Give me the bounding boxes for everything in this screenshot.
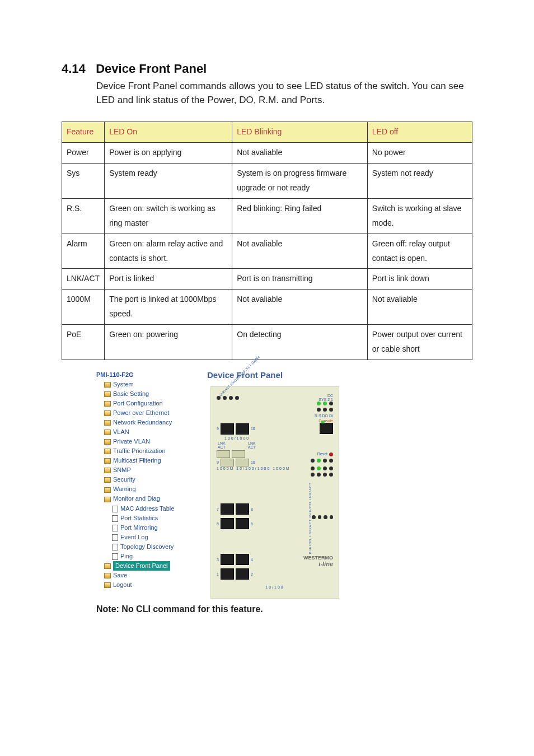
- nav-item-security[interactable]: Security: [96, 475, 196, 484]
- nav-item-device-front-panel[interactable]: Device Front Panel: [96, 561, 196, 571]
- table-row: PoE Green on: powering On detecting Powe…: [62, 325, 472, 360]
- nav-item-mac-address-table[interactable]: MAC Address Table: [96, 504, 196, 514]
- rsdodi-label: R.S DO DI: [315, 414, 333, 418]
- led-icon: [311, 459, 315, 463]
- col-led-off: LED off: [367, 122, 472, 143]
- port-icon: [236, 568, 249, 580]
- cell-on: Green on: alarm relay active and contact…: [105, 234, 232, 269]
- cell-feature: Power: [62, 143, 105, 164]
- sfp-icon: [236, 459, 249, 466]
- cell-feature: 1000M: [62, 290, 105, 325]
- port-icon: [221, 423, 234, 435]
- cell-on: Port is linked: [105, 269, 232, 290]
- sfp-labels: 1000M 10/100/1000 1000M: [217, 466, 291, 473]
- cell-on: Power is on applying: [105, 143, 232, 164]
- cell-off: Green off: relay output contact is open.: [367, 234, 472, 269]
- port-label: 1: [217, 572, 219, 576]
- nav-item-port-mirroring[interactable]: Port Mirroring: [96, 523, 196, 533]
- nav-item-port-statistics[interactable]: Port Statistics: [96, 514, 196, 523]
- port-label: 9: [217, 427, 219, 431]
- cell-feature: Sys: [62, 164, 105, 199]
- cell-off: Not avaliable: [367, 290, 472, 325]
- nav-item-event-log[interactable]: Event Log: [96, 533, 196, 542]
- nav-root[interactable]: PMI-110-F2G: [96, 370, 196, 380]
- port-pair-9-10: 9 10: [217, 423, 255, 435]
- top-led-group: LNK/ACT 100/1000 LNK/ACT 1000M: [217, 394, 277, 418]
- nav-item-monitor-and-diag[interactable]: Monitor and Diag: [96, 494, 196, 503]
- led-icon: [235, 396, 239, 400]
- led-icon: [317, 466, 321, 470]
- led-icon: [311, 466, 315, 470]
- port-label: 10: [251, 460, 255, 464]
- port-pair-9-10b: 9 10: [217, 459, 255, 466]
- screenshot-row: PMI-110-F2G System Basic Setting Port Co…: [96, 370, 472, 599]
- nav-item-traffic-prioritization[interactable]: Traffic Prioritization: [96, 446, 196, 456]
- table-row: R.S. Green on: switch is working as ring…: [62, 198, 472, 234]
- nav-item-system[interactable]: System: [96, 380, 196, 389]
- reset-label: Reset: [317, 452, 327, 456]
- section-number: 4.14: [62, 62, 86, 76]
- cell-blink: Red blinking: Ring failed: [232, 198, 368, 234]
- nav-item-ping[interactable]: Ping: [96, 552, 196, 561]
- cell-off: Switch is working at slave mode.: [367, 198, 472, 234]
- led-icon: [317, 402, 321, 405]
- led-icon: [330, 515, 334, 519]
- nav-item-multicast-filtering[interactable]: Multicast Filtering: [96, 456, 196, 465]
- cell-feature: PoE: [62, 325, 105, 360]
- port-icon: [236, 518, 249, 529]
- port-label: 2: [251, 572, 253, 576]
- nav-item-save[interactable]: Save: [96, 571, 196, 580]
- device-panel-graphic: LNK/ACT 100/1000 LNK/ACT 1000M DC SYS 2 …: [210, 386, 339, 599]
- port-label: 8: [251, 507, 253, 511]
- led-icon: [324, 515, 327, 519]
- led-icon: [229, 396, 233, 400]
- port-label: 7: [217, 507, 219, 511]
- nav-item-basic-setting[interactable]: Basic Setting: [96, 389, 196, 399]
- iline-label: i-line: [303, 561, 333, 567]
- table-row: 1000M The port is linked at 1000Mbps spe…: [62, 290, 472, 325]
- console-group: Console: [318, 419, 333, 435]
- nav-item-logout[interactable]: Logout: [96, 580, 196, 590]
- table-header-row: Feature LED On LED Blinking LED off: [62, 122, 472, 143]
- cell-blink: Not avaliable: [232, 143, 368, 164]
- side-led-labels: PoE/ON LNK/ACT PoE/ON LNK/ACT: [308, 482, 312, 554]
- led-icon: [329, 402, 333, 405]
- nav-item-port-configuration[interactable]: Port Configuration: [96, 399, 196, 408]
- panel-title: Device Front Panel: [207, 370, 364, 380]
- table-row: Sys System ready System is on progress f…: [62, 164, 472, 199]
- dc-led-group: DC SYS 2 1 R.S DO DI: [315, 394, 333, 418]
- lnkact-row: LNK ACT LNK ACT: [218, 441, 333, 449]
- reset-group: Reset: [317, 452, 333, 456]
- port-label: 4: [251, 558, 253, 562]
- port-icon: [221, 518, 234, 529]
- port-pair-1-2: 1 2: [217, 568, 333, 580]
- led-icon: [323, 459, 327, 463]
- port-label: 6: [251, 522, 253, 526]
- nav-tree: PMI-110-F2G System Basic Setting Port Co…: [96, 370, 196, 599]
- console-port-icon: [320, 423, 333, 434]
- nav-item-private-vlan[interactable]: Private VLAN: [96, 437, 196, 446]
- nav-item-warning[interactable]: Warning: [96, 484, 196, 494]
- port-icon: [236, 503, 249, 515]
- led-icon: [329, 459, 333, 463]
- dc-label: DC: [315, 394, 333, 398]
- cell-feature: Alarm: [62, 234, 105, 269]
- lnkact-label: LNK ACT: [248, 441, 256, 449]
- nav-item-topology-discovery[interactable]: Topology Discovery: [96, 542, 196, 552]
- nav-item-power-over-ethernet[interactable]: Power over Ethernet: [96, 408, 196, 418]
- nav-item-snmp[interactable]: SNMP: [96, 465, 196, 475]
- nav-item-vlan[interactable]: VLAN: [96, 427, 196, 437]
- table-row: Power Power is on applying Not avaliable…: [62, 143, 472, 164]
- section-heading: 4.14 Device Front Panel: [62, 62, 472, 76]
- document-page: 4.14 Device Front Panel Device Front Pan…: [0, 0, 534, 756]
- port-icon: [221, 568, 234, 580]
- port-icon: [221, 554, 234, 565]
- led-status-table: Feature LED On LED Blinking LED off Powe…: [62, 122, 472, 360]
- led-icon: [318, 515, 322, 519]
- cell-on: System ready: [105, 164, 232, 199]
- nav-item-network-redundancy[interactable]: Network Redundancy: [96, 418, 196, 427]
- port-icon: [236, 423, 249, 435]
- led-icon: [323, 473, 327, 477]
- led-icon: [323, 402, 327, 405]
- port-pair-7-8: 7 8: [217, 503, 308, 515]
